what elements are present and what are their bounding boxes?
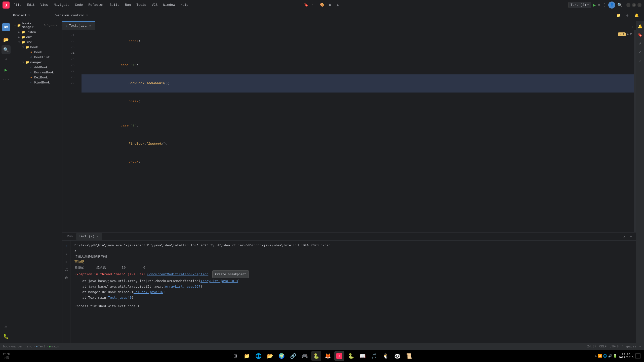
taskbar-explorer[interactable]: 📁: [242, 351, 252, 361]
text-tab-close[interactable]: ✕: [96, 235, 100, 238]
tray-battery-icon[interactable]: 🔋: [613, 354, 617, 358]
terminal-settings-icon[interactable]: ⚙: [621, 234, 627, 240]
share-icon[interactable]: ⚙: [327, 2, 334, 9]
settings-icon[interactable]: ⚙: [598, 3, 600, 8]
tree-out[interactable]: ▶ 📁 out: [12, 35, 62, 40]
tray-network-icon[interactable]: 🌐: [603, 354, 607, 358]
tree-DelBook[interactable]: ▶ ● DelBook: [12, 75, 62, 80]
terminal-wrap-icon[interactable]: ≡: [63, 259, 70, 265]
sec-problems-icon[interactable]: ⚠: [637, 57, 643, 64]
taskbar-game[interactable]: 🎮: [300, 351, 310, 361]
tree-idea[interactable]: ▶ 📁 .idea: [12, 30, 62, 35]
exception-link[interactable]: ConcurrentModificationException: [147, 272, 209, 276]
search-icon[interactable]: 🔍: [617, 3, 622, 8]
project-icon[interactable]: BM: [2, 23, 10, 31]
tree-root[interactable]: ▼ 📁 book-manger D:\java\ide: [12, 21, 62, 30]
tray-up-arrow[interactable]: ∧: [595, 354, 597, 358]
show-desktop-btn[interactable]: [635, 353, 641, 359]
breakpoint-popup[interactable]: Create breakpoint: [212, 270, 249, 278]
sec-notifications-icon[interactable]: 🔔: [637, 23, 643, 30]
settings-toolbar-icon[interactable]: ⚙: [624, 12, 631, 19]
sec-structure-icon[interactable]: ⚡: [637, 40, 643, 47]
menu-file[interactable]: File: [11, 2, 24, 8]
project-selector[interactable]: Project ▼: [2, 14, 52, 17]
run-config-selector[interactable]: Text (2) ▼: [568, 2, 591, 8]
activity-debug[interactable]: 🐛: [2, 332, 11, 341]
notifications-icon[interactable]: 🔔: [633, 12, 640, 19]
chinese-icon[interactable]: 中: [310, 2, 317, 9]
menu-navigate[interactable]: Navigate: [51, 2, 72, 8]
encoding[interactable]: UTF-8: [610, 345, 619, 348]
grid-icon[interactable]: ⊞: [335, 2, 342, 9]
editor-scrollbar[interactable]: [634, 30, 636, 232]
bc-root[interactable]: book-manger: [3, 345, 23, 348]
menu-code[interactable]: Code: [72, 2, 85, 8]
bottom-tab-text[interactable]: Text (2) ✕: [76, 233, 102, 240]
taskbar-start[interactable]: ⊞: [230, 351, 240, 361]
terminal-content[interactable]: D:\Java\jdk\bin\java.exe "-javaagent:D:\…: [70, 241, 636, 343]
taskbar-music[interactable]: 🎵: [369, 351, 379, 361]
taskbar-fox[interactable]: 🦊: [323, 351, 333, 361]
close-button[interactable]: ✕: [637, 3, 641, 7]
activity-vcs[interactable]: ⑂: [2, 55, 11, 64]
menu-tools[interactable]: Tools: [134, 2, 149, 8]
line-ending[interactable]: CRLF: [599, 345, 607, 348]
tray-sound-icon[interactable]: 🔊: [608, 354, 612, 358]
stack3-link[interactable]: DelBook.java:16: [134, 290, 163, 294]
maximize-button[interactable]: □: [632, 3, 636, 7]
tree-BorrowBook[interactable]: ▶ ○ BorrowBook: [12, 70, 62, 75]
tree-FindBook[interactable]: ▶ ○ FindBook: [12, 80, 62, 85]
taskbar-script[interactable]: 📜: [404, 351, 414, 361]
taskbar-link[interactable]: 🔗: [288, 351, 298, 361]
vcs-selector[interactable]: Version control ▼: [55, 14, 88, 17]
taskbar-intellij[interactable]: J: [334, 351, 344, 361]
more-icon[interactable]: ⋮: [602, 3, 606, 8]
menu-window[interactable]: Window: [161, 2, 178, 8]
taskbar-browser2[interactable]: 🌍: [276, 351, 287, 361]
sec-bookmarks-icon[interactable]: 🔖: [637, 32, 643, 38]
warning-down[interactable]: ▼: [630, 32, 632, 36]
taskbar-clock[interactable]: 23:06 2024/6/15: [619, 353, 633, 359]
tree-manger[interactable]: ▼ 📁 manger: [12, 60, 62, 65]
user-avatar[interactable]: 👤: [608, 2, 615, 9]
edit-icon[interactable]: ✎: [639, 345, 641, 348]
activity-more[interactable]: ···: [2, 75, 11, 84]
taskbar-youdao[interactable]: 📖: [357, 351, 368, 361]
taskbar-panda[interactable]: 🐼: [392, 351, 402, 361]
terminal-print-icon[interactable]: 🖨: [63, 267, 70, 273]
bc-src[interactable]: src: [27, 345, 32, 348]
taskbar-terminal[interactable]: 🐍: [311, 351, 321, 361]
menu-view[interactable]: View: [38, 2, 51, 8]
minimize-button[interactable]: —: [626, 3, 630, 7]
code-content[interactable]: break; case "1": ShowBook.showbooks();: [77, 30, 634, 232]
menu-refactor[interactable]: Refactor: [86, 2, 106, 8]
bookmark-icon[interactable]: 🔖: [302, 2, 309, 9]
bottom-tab-run[interactable]: Run: [64, 233, 75, 240]
activity-run[interactable]: ▶: [2, 65, 11, 74]
color-icon[interactable]: 🎨: [318, 2, 326, 9]
stack1-link[interactable]: ArrayList.java:1013: [200, 279, 238, 283]
tree-src[interactable]: ▼ 📁 src: [12, 40, 62, 45]
cursor-position[interactable]: 24:37: [587, 345, 596, 348]
warning-up[interactable]: ▲: [627, 32, 629, 36]
activity-explorer[interactable]: 📂: [2, 35, 11, 44]
indent[interactable]: 4 spaces: [622, 345, 636, 348]
taskbar-python[interactable]: 🐍: [346, 351, 356, 361]
tray-wifi-icon[interactable]: 📶: [598, 354, 602, 358]
taskbar-browser1[interactable]: 🌐: [253, 351, 263, 361]
terminal-minimize-icon[interactable]: —: [628, 234, 634, 240]
taskbar-files[interactable]: 📂: [265, 351, 275, 361]
tree-BookList[interactable]: ▶ ○ BookList: [12, 55, 62, 60]
stack4-link[interactable]: Text.java:40: [108, 296, 132, 299]
terminal-scroll-up[interactable]: ↑: [63, 243, 70, 249]
taskbar-penguin[interactable]: 🐧: [381, 351, 391, 361]
tree-Book[interactable]: ▶ ● Book: [12, 50, 62, 55]
tree-AddBook[interactable]: ▶ ○ AddBook: [12, 65, 62, 70]
terminal-scroll-down[interactable]: ↓: [63, 251, 70, 257]
tab-more-button[interactable]: ⋮: [630, 26, 634, 30]
stack2-link[interactable]: ArrayList.java:967: [165, 285, 200, 288]
activity-search[interactable]: 🔍: [2, 45, 11, 54]
terminal-trash-icon[interactable]: 🗑: [63, 275, 70, 281]
bc-text[interactable]: Text: [38, 345, 46, 348]
menu-vcs[interactable]: VCS: [149, 2, 160, 8]
